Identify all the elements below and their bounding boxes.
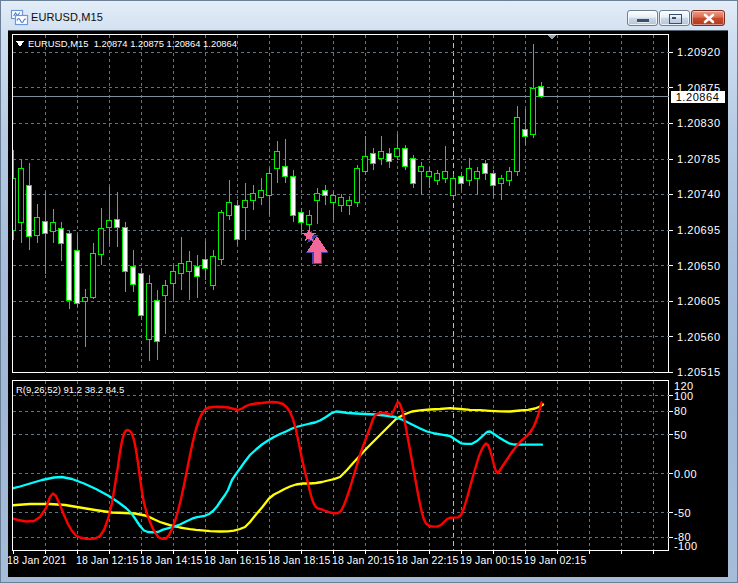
svg-text:EURUSD,M15 1.20874 1.20875 1.: EURUSD,M15 1.20874 1.20875 1.20864 1.208… xyxy=(28,38,237,49)
svg-text:18 Jan 18:15: 18 Jan 18:15 xyxy=(268,554,331,566)
svg-text:R(9,26,52) 91.2 38.2 84.5: R(9,26,52) 91.2 38.2 84.5 xyxy=(16,384,124,395)
svg-text:18 Jan 22:15: 18 Jan 22:15 xyxy=(396,554,459,566)
svg-text:1.20695: 1.20695 xyxy=(677,224,721,236)
svg-text:1.20785: 1.20785 xyxy=(677,153,721,165)
svg-text:1.20920: 1.20920 xyxy=(677,46,721,58)
svg-text:18 Jan 2021: 18 Jan 2021 xyxy=(7,554,66,566)
svg-text:1.20560: 1.20560 xyxy=(677,331,721,343)
svg-text:100: 100 xyxy=(674,390,694,402)
svg-text:-100: -100 xyxy=(674,540,698,552)
svg-text:18 Jan 20:15: 18 Jan 20:15 xyxy=(332,554,395,566)
svg-text:19 Jan 02:15: 19 Jan 02:15 xyxy=(524,554,587,566)
svg-text:19 Jan 00:15: 19 Jan 00:15 xyxy=(460,554,523,566)
svg-text:1.20650: 1.20650 xyxy=(677,260,721,272)
svg-text:-50: -50 xyxy=(674,507,691,519)
svg-text:0.00: 0.00 xyxy=(674,468,697,480)
svg-text:1.20605: 1.20605 xyxy=(677,295,721,307)
svg-text:50: 50 xyxy=(674,429,687,441)
svg-text:18 Jan 12:15: 18 Jan 12:15 xyxy=(76,554,139,566)
svg-text:1.20864: 1.20864 xyxy=(676,91,720,103)
svg-text:80: 80 xyxy=(674,405,687,417)
svg-text:1.20515: 1.20515 xyxy=(677,366,721,378)
svg-text:1.20740: 1.20740 xyxy=(677,188,721,200)
svg-text:18 Jan 16:15: 18 Jan 16:15 xyxy=(204,554,267,566)
svg-text:1.20830: 1.20830 xyxy=(677,117,721,129)
svg-text:18 Jan 14:15: 18 Jan 14:15 xyxy=(140,554,203,566)
